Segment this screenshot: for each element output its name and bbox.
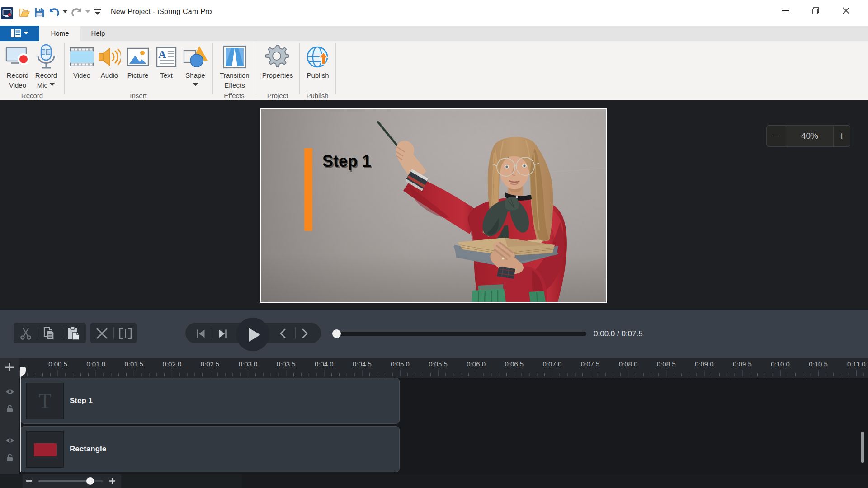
svg-text:Step 1: Step 1 [322,152,371,170]
svg-text:A: A [158,48,166,60]
